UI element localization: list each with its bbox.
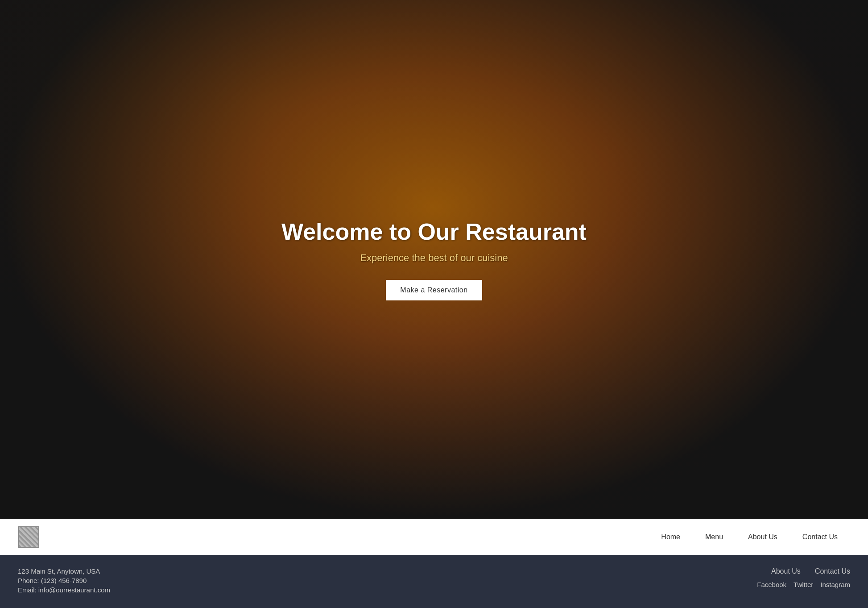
hero-content: Welcome to Our Restaurant Experience the…	[264, 200, 604, 318]
navbar: Home Menu About Us Contact Us	[0, 519, 868, 555]
social-link-twitter[interactable]: Twitter	[794, 581, 813, 588]
reservation-button[interactable]: Make a Reservation	[386, 280, 482, 300]
footer-email: Email: info@ourrestaurant.com	[18, 586, 110, 594]
nav-link-contact[interactable]: Contact Us	[790, 529, 850, 545]
nav-item-contact[interactable]: Contact Us	[790, 529, 850, 545]
nav-link-about[interactable]: About Us	[736, 529, 790, 545]
footer-info: 123 Main St, Anytown, USA Phone: (123) 4…	[18, 567, 110, 596]
footer-phone: Phone: (123) 456-7890	[18, 577, 110, 584]
social-link-instagram[interactable]: Instagram	[820, 581, 850, 588]
hero-title: Welcome to Our Restaurant	[281, 218, 587, 245]
footer-right: About Us Contact Us Facebook Twitter Ins…	[757, 567, 850, 588]
nav-link-menu[interactable]: Menu	[693, 529, 736, 545]
navbar-logo	[18, 526, 39, 548]
hero-subtitle: Experience the best of our cuisine	[281, 252, 587, 264]
footer-links: About Us Contact Us	[771, 567, 850, 575]
footer-link-about[interactable]: About Us	[771, 567, 801, 575]
navbar-links: Home Menu About Us Contact Us	[649, 529, 850, 545]
nav-item-menu[interactable]: Menu	[693, 529, 736, 545]
footer-link-contact[interactable]: Contact Us	[815, 567, 850, 575]
nav-item-home[interactable]: Home	[649, 529, 693, 545]
footer-address: 123 Main St, Anytown, USA	[18, 567, 110, 575]
footer-social: Facebook Twitter Instagram	[757, 581, 850, 588]
nav-item-about[interactable]: About Us	[736, 529, 790, 545]
logo-image	[19, 527, 38, 547]
hero-section: Welcome to Our Restaurant Experience the…	[0, 0, 868, 519]
nav-link-home[interactable]: Home	[649, 529, 693, 545]
footer: 123 Main St, Anytown, USA Phone: (123) 4…	[0, 555, 868, 608]
social-link-facebook[interactable]: Facebook	[757, 581, 786, 588]
